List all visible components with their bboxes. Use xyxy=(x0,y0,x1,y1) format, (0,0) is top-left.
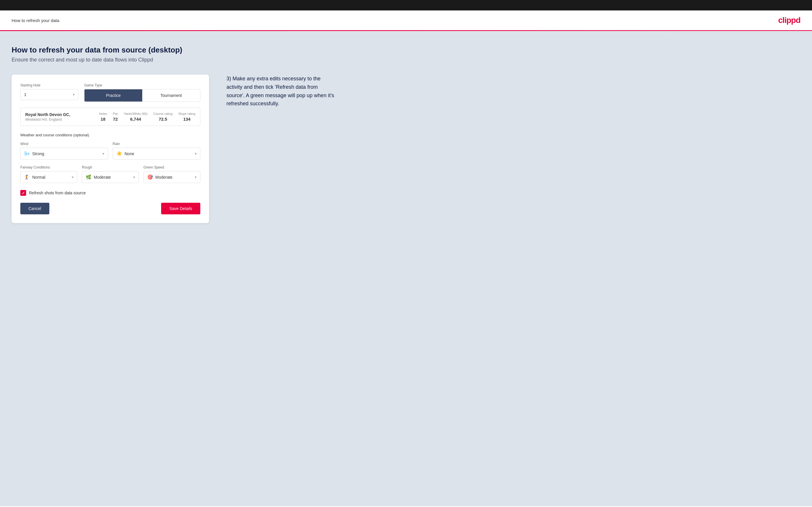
course-name-section: Royal North Devon GC, Westward Ho!, Engl… xyxy=(25,112,93,121)
green-speed-select[interactable]: 🎯 Moderate ▾ xyxy=(143,171,200,183)
holes-stat: Holes 18 xyxy=(99,112,107,121)
holes-label: Holes xyxy=(99,112,107,115)
game-type-buttons: Practice Tournament xyxy=(84,89,200,102)
slope-rating-label: Slope rating xyxy=(178,112,195,115)
header: How to refresh your data clippd xyxy=(0,10,812,31)
cancel-button[interactable]: Cancel xyxy=(20,203,49,214)
course-location: Westward Ho!, England xyxy=(25,117,93,121)
conditions-section-label: Weather and course conditions (optional) xyxy=(20,133,200,137)
rain-value: None xyxy=(124,152,193,156)
wind-select[interactable]: 🌬️ Strong ▾ xyxy=(20,148,108,160)
practice-button[interactable]: Practice xyxy=(85,89,142,102)
rough-value: Moderate xyxy=(94,175,131,179)
slope-rating-stat: Slope rating 134 xyxy=(178,112,195,121)
rain-select[interactable]: ☀️ None ▾ xyxy=(113,148,200,160)
tournament-button[interactable]: Tournament xyxy=(142,89,200,102)
fairway-rough-green-row: Fairway Conditions 🏌️ Normal ▾ Rough 🌿 M… xyxy=(20,165,200,183)
fairway-value: Normal xyxy=(32,175,69,179)
slope-rating-value: 134 xyxy=(183,117,191,121)
action-row: Cancel Save Details xyxy=(20,203,200,214)
page-subheading: Ensure the correct and most up to date d… xyxy=(12,57,800,63)
rain-group: Rain ☀️ None ▾ xyxy=(113,142,200,160)
side-description: 3) Make any extra edits necessary to the… xyxy=(226,74,337,108)
starting-hole-chevron-icon: ▾ xyxy=(73,93,74,97)
header-title: How to refresh your data xyxy=(12,18,59,23)
rough-chevron-icon: ▾ xyxy=(133,175,135,179)
green-speed-icon: 🎯 xyxy=(147,174,153,180)
side-description-text: 3) Make any extra edits necessary to the… xyxy=(226,74,337,108)
wind-rain-row: Wind 🌬️ Strong ▾ Rain ☀️ None ▾ xyxy=(20,142,200,160)
par-value: 72 xyxy=(113,117,118,121)
wind-group: Wind 🌬️ Strong ▾ xyxy=(20,142,108,160)
content-layout: Starting Hole 1 ▾ Game Type Practice Tou… xyxy=(12,74,800,223)
refresh-checkbox-row: Refresh shots from data source xyxy=(20,190,200,196)
rain-icon: ☀️ xyxy=(116,151,122,156)
green-speed-chevron-icon: ▾ xyxy=(195,175,197,179)
course-rating-value: 72.5 xyxy=(159,117,167,121)
form-card: Starting Hole 1 ▾ Game Type Practice Tou… xyxy=(12,74,209,223)
starting-hole-value: 1 xyxy=(24,92,27,97)
fairway-icon: 🏌️ xyxy=(24,174,30,180)
par-label: Par xyxy=(113,112,118,115)
fairway-select[interactable]: 🏌️ Normal ▾ xyxy=(20,171,77,183)
page-heading: How to refresh your data from source (de… xyxy=(12,46,800,55)
fairway-chevron-icon: ▾ xyxy=(72,175,73,179)
par-stat: Par 72 xyxy=(113,112,118,121)
rough-group: Rough 🌿 Moderate ▾ xyxy=(82,165,139,183)
top-bar xyxy=(0,0,812,10)
course-rating-label: Course rating xyxy=(153,112,172,115)
starting-hole-group: Starting Hole 1 ▾ xyxy=(20,83,79,102)
yards-label: Yards/White (M)) xyxy=(124,112,148,115)
form-row-top: Starting Hole 1 ▾ Game Type Practice Tou… xyxy=(20,83,200,102)
wind-icon: 🌬️ xyxy=(24,151,30,156)
wind-chevron-icon: ▾ xyxy=(102,152,104,156)
yards-value: 6,744 xyxy=(130,117,141,121)
course-rating-stat: Course rating 72.5 xyxy=(153,112,172,121)
main-content: How to refresh your data from source (de… xyxy=(0,31,812,506)
refresh-checkbox[interactable] xyxy=(20,190,26,196)
rain-label: Rain xyxy=(113,142,200,146)
course-info: Royal North Devon GC, Westward Ho!, Engl… xyxy=(20,108,200,126)
fairway-label: Fairway Conditions xyxy=(20,165,77,169)
fairway-group: Fairway Conditions 🏌️ Normal ▾ xyxy=(20,165,77,183)
rough-icon: 🌿 xyxy=(86,174,92,180)
starting-hole-select[interactable]: 1 ▾ xyxy=(20,89,79,100)
refresh-checkbox-label: Refresh shots from data source xyxy=(29,190,86,195)
rough-label: Rough xyxy=(82,165,139,169)
wind-value: Strong xyxy=(32,152,100,156)
starting-hole-label: Starting Hole xyxy=(20,83,79,87)
yards-stat: Yards/White (M)) 6,744 xyxy=(124,112,148,121)
green-speed-value: Moderate xyxy=(155,175,193,179)
course-name: Royal North Devon GC, xyxy=(25,112,93,117)
rain-chevron-icon: ▾ xyxy=(195,152,197,156)
game-type-label: Game Type xyxy=(84,83,200,87)
holes-value: 18 xyxy=(100,117,105,121)
green-speed-label: Green Speed xyxy=(143,165,200,169)
wind-label: Wind xyxy=(20,142,108,146)
rough-select[interactable]: 🌿 Moderate ▾ xyxy=(82,171,139,183)
game-type-group: Game Type Practice Tournament xyxy=(84,83,200,102)
save-button[interactable]: Save Details xyxy=(161,203,200,214)
logo: clippd xyxy=(778,16,800,25)
green-speed-group: Green Speed 🎯 Moderate ▾ xyxy=(143,165,200,183)
